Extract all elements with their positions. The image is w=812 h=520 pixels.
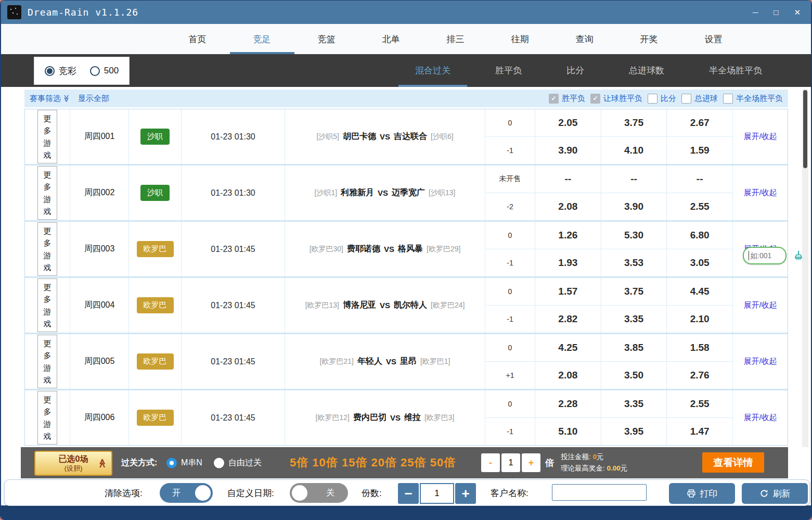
odds-win[interactable]: 3.90 [535, 137, 601, 164]
more-games-button[interactable]: 更多游戏 [37, 166, 57, 220]
customer-name-input[interactable] [552, 484, 647, 501]
checkbox-half-full[interactable]: 半全场胜平负 [723, 94, 783, 104]
tab-beidan[interactable]: 北单 [382, 24, 400, 54]
odds-grid: 0 2.05 3.75 2.67 -1 3.90 4.10 1.59 [485, 109, 732, 164]
odds-win[interactable]: 2.08 [535, 362, 601, 389]
odds-win[interactable]: 2.08 [535, 193, 601, 220]
odds-win[interactable]: 4.25 [535, 334, 601, 361]
checkbox-icon [590, 94, 600, 104]
vertical-scrollbar [802, 89, 808, 447]
tab-draws[interactable]: 开奖 [640, 24, 658, 54]
odds-draw[interactable]: 3.85 [601, 334, 667, 361]
subtab-win-draw-lose[interactable]: 胜平负 [493, 54, 524, 87]
odds-lose[interactable]: 1.59 [666, 137, 732, 164]
odds-lose[interactable]: 4.45 [666, 278, 732, 305]
custom-date-toggle[interactable]: 关 [290, 483, 348, 503]
tab-past[interactable]: 往期 [511, 24, 529, 54]
broom-clear-icon[interactable] [793, 250, 804, 261]
checkbox-win-draw-lose[interactable]: 胜平负 [549, 94, 585, 104]
odds-draw[interactable]: 3.35 [601, 306, 667, 333]
expand-collapse-link[interactable]: 展开/收起 [743, 357, 777, 366]
odds-draw[interactable]: 3.75 [601, 109, 667, 136]
home-team: 费耶诺德 [347, 244, 380, 255]
more-games-button[interactable]: 更多游戏 [37, 391, 57, 445]
match-number: 周四001 [70, 109, 128, 164]
checkbox-total-goals[interactable]: 总进球 [681, 94, 718, 104]
odds-win[interactable]: 5.10 [535, 418, 601, 445]
m-chuan-n-radio[interactable]: M串N [166, 458, 202, 468]
event-filter-link[interactable]: 赛事筛选 ≫ [30, 94, 71, 104]
odds-draw[interactable]: 3.75 [601, 278, 667, 305]
expand-collapse-link[interactable]: 展开/收起 [743, 132, 777, 142]
odds-lose[interactable]: 1.58 [666, 334, 732, 361]
free-pass-radio[interactable]: 自由过关 [214, 458, 262, 468]
handicap-value: -2 [485, 193, 535, 220]
view-details-button[interactable]: 查看详情 [702, 452, 764, 473]
more-games-button[interactable]: 更多游戏 [37, 278, 57, 332]
tab-settings[interactable]: 设置 [705, 24, 723, 54]
subtab-half-full[interactable]: 半全场胜平负 [707, 54, 764, 87]
minimize-button[interactable]: ─ [753, 1, 758, 24]
more-games-button[interactable]: 更多游戏 [37, 335, 57, 388]
selected-matches-button[interactable]: 已选0场 (设胆) ≫ [34, 451, 112, 476]
subtab-score[interactable]: 比分 [564, 54, 586, 87]
checkbox-score[interactable]: 比分 [648, 94, 676, 104]
odds-draw[interactable]: 3.50 [601, 362, 667, 389]
odds-lose[interactable]: 2.67 [666, 109, 732, 136]
scrollbar-thumb[interactable] [803, 90, 807, 168]
tab-home[interactable]: 首页 [189, 24, 207, 54]
odds-win[interactable]: -- [535, 166, 601, 193]
subtab-mixed-parlay[interactable]: 混合过关 [413, 54, 453, 87]
multiplier-shortcuts[interactable]: 5倍 10倍 15倍 20倍 25倍 50倍 [290, 455, 456, 471]
tab-basketball[interactable]: 竞篮 [318, 24, 336, 54]
more-games-button[interactable]: 更多游戏 [37, 222, 57, 276]
odds-lose[interactable]: 2.55 [666, 390, 732, 417]
jingcai-radio[interactable]: 竞彩 [45, 65, 76, 77]
odds-lose[interactable]: 2.10 [666, 306, 732, 333]
odds-lose[interactable]: 2.76 [666, 362, 732, 389]
odds-draw[interactable]: 3.90 [601, 193, 667, 220]
odds-win[interactable]: 1.93 [535, 249, 601, 276]
odds-lose[interactable]: -- [666, 166, 732, 193]
odds-lose[interactable]: 1.47 [666, 418, 732, 445]
close-button[interactable]: ✕ [794, 1, 801, 24]
tab-paisan[interactable]: 排三 [447, 24, 465, 54]
shares-plus-button[interactable]: + [455, 483, 476, 504]
source-500-radio[interactable]: 500 [90, 66, 119, 76]
quick-search-input[interactable] [744, 248, 785, 263]
odds-lose[interactable]: 3.05 [666, 249, 732, 276]
multiplier-plus-button[interactable]: + [522, 453, 540, 472]
set-banker-label: (设胆) [59, 464, 88, 473]
expand-collapse-link[interactable]: 展开/收起 [743, 188, 777, 198]
multiplier-minus-button[interactable]: - [481, 453, 500, 472]
more-games-button[interactable]: 更多游戏 [37, 110, 57, 163]
subtab-total-goals[interactable]: 总进球数 [627, 54, 666, 87]
odds-win[interactable]: 1.26 [535, 222, 601, 249]
odds-draw[interactable]: 3.53 [601, 249, 667, 276]
checkbox-handicap-wdl[interactable]: 让球胜平负 [590, 94, 642, 104]
expand-collapse-link[interactable]: 展开/收起 [743, 413, 777, 423]
show-all-link[interactable]: 显示全部 [78, 94, 109, 104]
vs-label: VS [380, 132, 390, 141]
maximize-button[interactable]: □ [774, 1, 778, 24]
odds-draw[interactable]: 3.35 [601, 390, 667, 417]
tab-football[interactable]: 竞足 [253, 24, 271, 54]
odds-draw[interactable]: -- [601, 166, 667, 193]
odds-win[interactable]: 2.82 [535, 306, 601, 333]
odds-win[interactable]: 2.05 [535, 109, 601, 136]
odds-lose[interactable]: 2.55 [666, 193, 732, 220]
clear-options-toggle[interactable]: 开 [160, 483, 213, 503]
shares-minus-button[interactable]: − [398, 483, 419, 504]
odds-draw[interactable]: 3.95 [601, 418, 667, 445]
odds-draw[interactable]: 4.10 [601, 137, 667, 164]
custom-date-label: 自定义日期: [227, 487, 274, 499]
print-button[interactable]: 打印 [669, 483, 735, 504]
home-team: 年轻人 [357, 356, 382, 367]
expand-collapse-link[interactable]: 展开/收起 [743, 300, 777, 310]
tab-query[interactable]: 查询 [576, 24, 594, 54]
odds-win[interactable]: 2.28 [535, 390, 601, 417]
odds-lose[interactable]: 6.80 [666, 222, 732, 249]
refresh-button[interactable]: 刷新 [742, 483, 808, 504]
odds-win[interactable]: 1.57 [535, 278, 601, 305]
odds-draw[interactable]: 5.30 [601, 222, 667, 249]
